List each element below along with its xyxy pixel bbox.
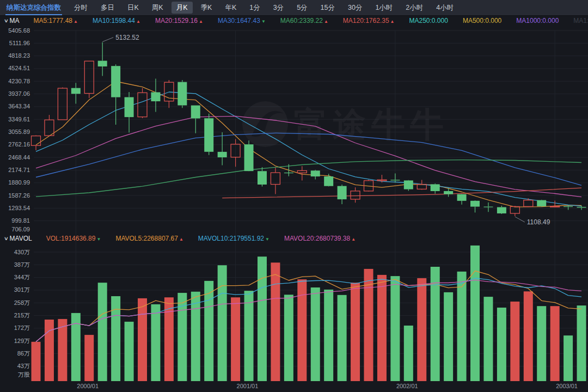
period-button[interactable]: 季K xyxy=(196,2,217,14)
time-axis: 2000/012001/012002/012003/01 xyxy=(0,382,588,392)
volume-bar xyxy=(218,265,227,381)
period-button[interactable]: 4小时 xyxy=(431,2,458,14)
volume-chart-canvas[interactable]: 430万387万344万301万258万215万172万129万86万43万万股 xyxy=(0,233,588,383)
time-axis-label: 2001/01 xyxy=(237,383,259,389)
period-button[interactable]: 1小时 xyxy=(370,2,397,14)
candle-body-down xyxy=(577,207,586,207)
candle-body-up xyxy=(84,61,94,93)
volume-bar xyxy=(338,295,347,381)
volume-axis-label: 258万 xyxy=(14,299,30,306)
collapse-chevron-icon[interactable]: ∨ xyxy=(4,236,9,241)
volume-bar xyxy=(497,308,506,381)
price-axis-label: 2468.44 xyxy=(8,154,30,161)
volume-bar xyxy=(84,335,94,381)
ma-value: MA60:2339.22▲ xyxy=(280,17,328,24)
volume-bar xyxy=(258,256,267,381)
volume-bar xyxy=(537,306,546,381)
ma-value: MA500:0.000 xyxy=(463,17,501,24)
volume-bar xyxy=(483,297,493,381)
period-button[interactable]: 2小时 xyxy=(401,2,428,14)
candle-body-up xyxy=(32,136,41,146)
candle-body-down xyxy=(125,97,134,117)
volume-bar xyxy=(204,281,213,381)
mavol-group-label[interactable]: MAVOL xyxy=(10,235,32,242)
ma-value: MA5:1777.48▲ xyxy=(34,17,78,24)
volume-axis-label: 86万 xyxy=(17,350,30,357)
down-arrow-icon: ▼ xyxy=(261,19,266,24)
candle-body-up xyxy=(45,120,54,136)
candle-body-down xyxy=(218,152,227,157)
volume-bar xyxy=(510,302,519,381)
candle-body-down xyxy=(324,176,333,186)
volume-axis-label: 344万 xyxy=(14,274,30,280)
period-button[interactable]: 5分 xyxy=(292,2,312,14)
volume-bar xyxy=(191,292,200,381)
period-button[interactable]: 3分 xyxy=(268,2,289,14)
period-button[interactable]: 月K xyxy=(171,2,193,14)
price-axis-label: 3055.89 xyxy=(8,128,30,135)
volume-bar xyxy=(45,320,54,381)
volume-bar xyxy=(311,287,320,381)
up-arrow-icon: ▲ xyxy=(179,237,183,242)
volume-bar xyxy=(564,335,573,381)
volume-values: VOL:1914636.89▼MAVOL5:2268807.67▲MAVOL10… xyxy=(46,235,370,242)
period-button[interactable]: 多日 xyxy=(96,2,119,14)
period-toolbar: 纳斯达克综合指数 分时多日日K周K月K季K年K1分3分5分15分30分1小时2小… xyxy=(0,0,588,16)
ma-value: MA250:0.000 xyxy=(409,17,448,24)
period-button[interactable]: 30分 xyxy=(343,2,367,14)
price-axis-label: 1587.26 xyxy=(8,192,30,199)
candle-body-up xyxy=(524,200,533,207)
candle-body-down xyxy=(177,82,187,106)
volume-bar xyxy=(577,305,586,381)
price-axis-label: 3643.34 xyxy=(8,103,30,109)
up-arrow-icon: ▲ xyxy=(74,19,78,24)
trough-annotation: 1108.49 xyxy=(527,218,550,226)
period-button[interactable]: 年K xyxy=(220,2,241,14)
period-button[interactable]: 周K xyxy=(147,2,168,14)
candle-body-down xyxy=(284,173,293,173)
ma-value: MA120:1762.35▲ xyxy=(343,17,395,24)
candle-body-down xyxy=(71,88,81,94)
volume-axis-label: 129万 xyxy=(14,338,30,344)
main-chart-canvas[interactable]: 5405.685111.964818.234524.514230.783937.… xyxy=(0,15,588,233)
volume-bar xyxy=(244,291,254,381)
candle-body-down xyxy=(564,206,573,207)
volume-bar xyxy=(231,297,240,381)
price-axis-label: 2174.71 xyxy=(8,167,30,173)
ma-legend-row: ∨ MA MA5:1777.48▲MA10:1598.44▲MA20:1529.… xyxy=(0,15,588,26)
volume-legend-row: ∨ MAVOL VOL:1914636.89▼MAVOL5:2268807.67… xyxy=(0,233,588,244)
period-button[interactable]: 1分 xyxy=(244,2,265,14)
volume-bar xyxy=(351,283,360,381)
candle-body-down xyxy=(457,194,467,201)
price-axis-label: 4818.23 xyxy=(8,52,30,59)
candle-body-down xyxy=(244,144,254,171)
volume-bar xyxy=(377,275,387,381)
collapse-chevron-icon[interactable]: ∨ xyxy=(4,18,9,23)
volume-bar xyxy=(550,306,560,381)
ma-value: MA10:1598.44▲ xyxy=(93,17,140,24)
volume-bar xyxy=(324,290,333,381)
ma-line-MA60 xyxy=(36,160,581,197)
candle-body-down xyxy=(204,118,213,152)
candle-body-down xyxy=(151,92,160,101)
price-axis-label: 3349.61 xyxy=(8,116,30,122)
volume-axis-label: 172万 xyxy=(14,324,30,331)
annotation-line xyxy=(515,217,525,222)
symbol-tab[interactable]: 纳斯达克综合指数 xyxy=(0,0,68,15)
candle-body-down xyxy=(537,200,546,206)
period-button[interactable]: 分时 xyxy=(69,2,93,14)
mavol-value: MAVOL5:2268807.67▲ xyxy=(115,235,183,242)
mavol-value: VOL:1914636.89▼ xyxy=(46,235,101,242)
symbol-name: 纳斯达克综合指数 xyxy=(7,4,61,11)
ma-group-label[interactable]: MA xyxy=(10,17,20,24)
price-axis-label: 3937.06 xyxy=(8,90,30,97)
down-arrow-icon: ▼ xyxy=(265,237,270,242)
period-button[interactable]: 日K xyxy=(122,2,144,14)
period-button[interactable]: 15分 xyxy=(316,2,340,14)
candle-body-down xyxy=(431,184,440,191)
volume-bar xyxy=(125,322,134,381)
futu-chart-window: 纳斯达克综合指数 分时多日日K周K月K季K年K1分3分5分15分30分1小时2小… xyxy=(0,0,588,392)
ma-line-MA5 xyxy=(36,82,581,207)
up-arrow-icon: ▲ xyxy=(199,19,203,24)
volume-axis-label: 430万 xyxy=(14,249,30,255)
